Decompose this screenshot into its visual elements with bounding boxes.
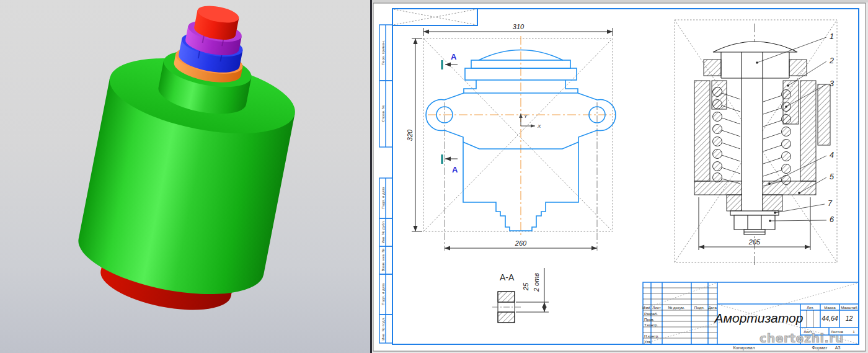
dim-205: 205 [748,238,761,246]
dim-260: 260 [515,239,527,247]
callout-3: 3 [830,79,834,88]
drawing-sheet-panel: Перв. примен. Справ. № Подп. и дата Инв.… [372,0,868,353]
axis-y-label: Y [524,114,528,119]
section-letter-bottom: А [452,165,458,174]
tb-scale-value: 12 [846,315,853,322]
holes-note: 2 отв [533,273,540,292]
callout-2: 2 [829,56,834,65]
callout-6: 6 [830,215,834,224]
dim-320: 320 [406,129,414,141]
tb-mass-label: Масса [824,305,836,310]
shock-absorber-3d [69,0,312,324]
tb-scale-label: Масштаб [841,305,857,310]
margin-label: Перв. примен. [381,40,385,65]
tb-col-izm: Изм. [642,305,651,310]
tb-col-list: Лист [652,305,661,310]
tb-row-razrab: Разраб. [644,311,658,316]
margin-label: Инв. № подл. [381,317,385,341]
tb-mass-value: 44,64 [822,315,838,322]
margin-label: Справ. № [381,105,385,122]
margin-label: Подп. и дата [381,187,385,209]
format-label: Формат [812,346,828,351]
format-value: А3 [835,346,841,350]
tb-col-dokum: № докум. [668,305,684,310]
dim-25: 25 [522,282,529,291]
callout-7: 7 [828,199,833,208]
margin-label: Взам. инв. № [381,248,385,271]
detail-label: А-А [500,272,515,282]
tb-sheets-value: 1 [852,329,855,334]
margin-label: Подп. и дата [381,283,385,305]
watermark: chertezhi.ru [760,331,844,345]
tb-lit-label: Лит. [807,305,814,310]
axis-x-label: X [537,123,541,129]
tb-col-data: Дата [708,305,717,310]
callout-1: 1 [830,32,834,41]
tb-row-nkontr: Н.контр. [644,334,659,338]
drawing-sheet: Перв. примен. Справ. № Подп. и дата Инв.… [372,0,868,353]
3d-model-canvas [0,0,370,353]
tb-row-tkontr: Т.контр. [644,323,658,327]
section-letter-top: А [451,52,457,61]
tb-row-utv: Утв. [644,339,652,344]
part-body [72,35,303,308]
callout-5: 5 [830,172,834,181]
callout-4: 4 [830,151,834,159]
dim-310: 310 [513,23,525,30]
tb-col-podp: Подп. [694,305,705,310]
drawing-title: Амортизатор [714,311,804,325]
copied-label: Копировал [733,346,755,351]
3d-viewport[interactable] [0,0,372,353]
margin-label: Инв. № дубл. [381,220,385,243]
sheet-frame [372,0,868,353]
tb-row-prov: Пров. [644,317,655,321]
